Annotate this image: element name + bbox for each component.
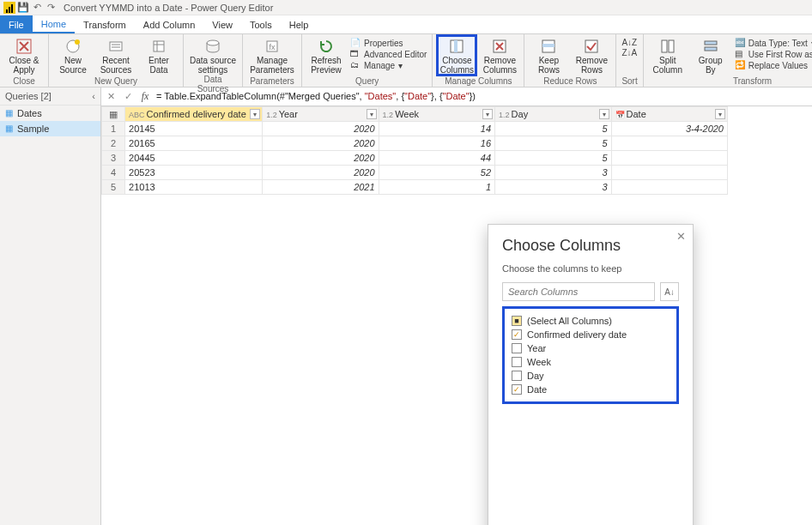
tab-help[interactable]: Help [281,15,318,33]
keep-rows-button[interactable]: Keep Rows [530,36,567,75]
replace-values-button[interactable]: 🔁Replace Values [735,60,812,70]
checkbox-icon[interactable] [512,343,522,353]
checkbox-icon[interactable] [512,357,522,367]
cell-week[interactable]: 52 [379,166,494,180]
redo-icon[interactable]: ↷ [45,2,57,14]
dialog-column-item[interactable]: ■(Select All Columns) [510,314,671,328]
tab-view[interactable]: View [203,15,241,33]
cell-day[interactable]: 5 [495,151,611,166]
checkbox-icon[interactable] [512,371,522,381]
cell-year[interactable]: 2020 [263,166,379,180]
data-type-button[interactable]: 🔤Data Type: Text ▾ [735,38,812,48]
dialog-column-item[interactable]: Day [510,369,671,383]
cell-date[interactable] [611,136,727,151]
cell-confirmed[interactable]: 20523 [125,166,263,180]
dialog-close-icon[interactable]: ✕ [676,230,686,243]
cell-day[interactable]: 3 [495,180,611,195]
recent-sources-button[interactable]: Recent Sources [97,36,135,75]
checkbox-icon[interactable]: ✓ [512,384,522,395]
checkbox-icon[interactable]: ✓ [512,329,522,340]
cell-week[interactable]: 44 [379,151,494,166]
table-row[interactable]: 2201652020165 [102,136,728,151]
cell-date[interactable] [611,180,727,195]
formula-cancel-icon[interactable]: ✕ [105,91,117,103]
group-parameters: Parameters [248,76,296,87]
save-icon[interactable]: 💾 [17,2,29,14]
query-item-sample[interactable]: Sample [0,121,100,136]
manage-button[interactable]: 🗂Manage ▾ [350,60,427,70]
header-date[interactable]: 📅Date▾ [611,107,727,122]
table-row[interactable]: 12014520201453-4-2020 [102,122,728,136]
cell-date[interactable] [611,166,727,180]
undo-icon[interactable]: ↶ [31,2,43,14]
sort-asc-button[interactable]: A↓Z [621,38,637,47]
dialog-column-item[interactable]: ✓Date [510,383,671,396]
remove-columns-button[interactable]: Remove Columns [481,36,518,75]
tab-add-column[interactable]: Add Column [135,15,204,33]
cell-confirmed[interactable]: 20145 [125,122,263,136]
tab-tools[interactable]: Tools [241,15,281,33]
header-year-dropdown[interactable]: ▾ [367,109,377,119]
table-icon[interactable]: ▦ [109,109,118,119]
formula-input[interactable]: = Table.ExpandTableColumn(#"Merged Queri… [156,91,809,102]
tab-transform[interactable]: Transform [75,15,135,33]
new-source-button[interactable]: New Source [54,36,92,75]
header-week[interactable]: 1.2Week▾ [379,107,494,122]
advanced-editor-button[interactable]: 🗔Advanced Editor [350,49,427,59]
header-confirmed[interactable]: ABCConfirmed delivery date▾ [125,107,263,122]
remove-rows-icon [583,38,600,55]
collapse-queries-icon[interactable]: ‹ [92,91,95,101]
header-day[interactable]: 1.2Day▾ [495,107,611,122]
header-year[interactable]: 1.2Year▾ [263,107,379,122]
sort-desc-button[interactable]: Z↓A [621,48,637,57]
close-apply-button[interactable]: Close & Apply [5,36,43,75]
remove-rows-button[interactable]: Remove Rows [573,36,610,75]
header-date-dropdown[interactable]: ▾ [715,109,725,119]
cell-week[interactable]: 14 [379,122,494,136]
group-by-button[interactable]: Group By [692,36,730,75]
tab-home[interactable]: Home [33,15,75,33]
data-source-settings-button[interactable]: Data source settings [189,36,237,75]
tab-file[interactable]: File [0,15,33,33]
choose-columns-button[interactable]: Choose Columns [438,36,476,75]
refresh-preview-button[interactable]: Refresh Preview [307,36,345,75]
table-row[interactable]: 4205232020523 [102,166,728,180]
data-grid[interactable]: ▦ ABCConfirmed delivery date▾ 1.2Year▾ 1… [101,106,812,525]
choose-columns-dialog: ✕ Choose Columns Choose the columns to k… [488,224,694,525]
table-row[interactable]: 521013202113 [102,180,728,195]
header-confirmed-dropdown[interactable]: ▾ [250,109,260,119]
cell-year[interactable]: 2021 [263,180,379,195]
formula-confirm-icon[interactable]: ✓ [122,91,134,103]
cell-year[interactable]: 2020 [263,136,379,151]
queries-header: Queries [2] [5,91,52,101]
dialog-search-input[interactable] [502,282,655,301]
dialog-sort-button[interactable]: A↓ [660,282,679,301]
cell-day[interactable]: 5 [495,122,611,136]
cell-confirmed[interactable]: 20165 [125,136,263,151]
cell-year[interactable]: 2020 [263,151,379,166]
enter-data-button[interactable]: Enter Data [140,36,178,75]
header-week-dropdown[interactable]: ▾ [482,109,493,119]
cell-week[interactable]: 1 [379,180,494,195]
manage-parameters-button[interactable]: fxManage Parameters [248,36,296,75]
checkbox-icon[interactable]: ■ [512,316,522,326]
cell-day[interactable]: 5 [495,136,611,151]
cell-confirmed[interactable]: 20445 [125,151,263,166]
cell-day[interactable]: 3 [495,166,611,180]
cell-year[interactable]: 2020 [263,122,379,136]
properties-button[interactable]: 📄Properties [350,38,427,48]
cell-confirmed[interactable]: 21013 [125,180,263,195]
cell-date[interactable] [611,151,727,166]
dialog-column-item[interactable]: Year [510,341,671,355]
dialog-column-item[interactable]: Week [510,355,671,369]
formula-fx-icon[interactable]: fx [139,91,151,103]
cell-date[interactable]: 3-4-2020 [611,122,727,136]
table-row[interactable]: 3204452020445 [102,151,728,166]
split-column-button[interactable]: Split Column [649,36,687,75]
dialog-column-item[interactable]: ✓Confirmed delivery date [510,328,671,341]
cell-week[interactable]: 16 [379,136,494,151]
data-source-settings-icon [204,38,221,55]
query-item-dates[interactable]: Dates [0,106,100,121]
header-day-dropdown[interactable]: ▾ [599,109,609,119]
first-row-headers-button[interactable]: ▤Use First Row as Headers ▾ [735,49,812,59]
